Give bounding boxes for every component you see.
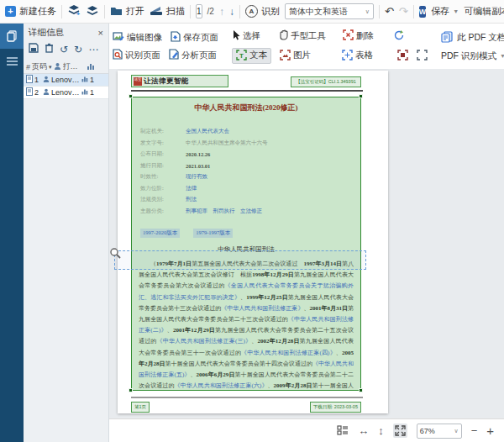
meta-value[interactable]: 法律 (186, 185, 197, 192)
save-button[interactable]: 保存 ▼ (431, 5, 459, 18)
page-table-header[interactable]: # 页码 ▾ 打开… (24, 61, 108, 74)
more-icon[interactable]: ⋯ (88, 44, 98, 55)
region-handle[interactable] (129, 94, 133, 98)
add-pages-icon[interactable]: + (67, 4, 81, 18)
recognize-button[interactable]: A 识别 (245, 5, 280, 18)
analyze-page-icon (169, 49, 179, 61)
column-open: 打开… (63, 61, 85, 72)
meta-label: 施行日期: (140, 162, 186, 170)
table-region-icon (342, 50, 353, 62)
rotate-left-icon[interactable]: ↺ (60, 44, 68, 55)
statute-link[interactable]: 《中华人民共和国刑法修正案(四)》 (241, 350, 336, 356)
meta-value[interactable]: 刑事犯罪 刑罚执行 立法修正 (186, 208, 262, 215)
meta-row: 发文字号:中华人民共和国主席令第六十六号 (140, 138, 352, 150)
meta-value: 中华人民共和国主席令第六十六号 (186, 139, 268, 147)
fit-width-icon[interactable]: ↔ (358, 424, 369, 437)
fit-page-button[interactable] (393, 424, 407, 438)
thumbnails-layout-icon[interactable] (337, 425, 349, 437)
recognize-page-button[interactable]: 识别页面 (113, 49, 160, 61)
delete-region-button[interactable]: 删除 (343, 29, 385, 42)
language-select[interactable]: 简体中文和英语 ∨ (285, 3, 374, 19)
page-number-input[interactable]: 1 (196, 4, 202, 18)
scan-button[interactable]: 扫描 (150, 5, 185, 18)
region-frame-icon[interactable] (417, 50, 428, 62)
layers-icon[interactable] (86, 4, 99, 18)
statute-link[interactable]: 《中华人民共和国刑法修正案(六)》 (174, 382, 267, 389)
edit-image-button[interactable]: 编辑图像 (113, 31, 162, 44)
next-page-icon[interactable]: ↓ (229, 6, 234, 18)
document-canvas[interactable]: 法宝 让法律更智能 【法宝引证码】CLI.1.349391 中华人民共和国刑法(… (109, 69, 504, 418)
document-title: 中华人民共和国刑法(2020修正) (132, 103, 360, 113)
hand-tool-label: 手型工具 (291, 30, 326, 42)
close-icon[interactable]: × (98, 28, 103, 38)
analyze-page-button[interactable]: 分析页面 (169, 49, 217, 61)
details-panel: 详细信息 × ↺ ↻ ⋯ # 页码 ▾ 打开… 1 Lenov… (24, 24, 109, 442)
save-disk-icon[interactable] (29, 43, 39, 55)
hand-tool-button[interactable]: 手型工具 (279, 29, 334, 42)
meta-value[interactable]: 全国人民代表大会 (186, 128, 229, 135)
citation-code: 【法宝引证码】CLI.1.349391 (291, 76, 361, 87)
separator (413, 5, 414, 18)
trash-icon[interactable] (45, 43, 54, 55)
statute-link[interactable]: 《中华人民共和国刑法修正案(三)》 (157, 338, 252, 345)
status-bar: ↔ ↕ 67% ∨ − + (109, 418, 504, 442)
image-region-button[interactable]: 图片 (280, 50, 323, 62)
undo-icon[interactable]: ↶ (385, 5, 394, 18)
meta-value[interactable]: 刑法 (186, 196, 197, 203)
document-page[interactable]: 法宝 让法律更智能 【法宝引证码】CLI.1.349391 中华人民共和国刑法(… (118, 71, 388, 413)
hand-icon (279, 29, 288, 42)
line-selection-box[interactable] (114, 250, 366, 270)
region-handle[interactable] (129, 388, 133, 392)
separator (190, 5, 191, 18)
logo-region[interactable]: 法宝 让法律更智能 (131, 75, 228, 87)
left-rail (0, 24, 24, 442)
rotate-right-icon[interactable]: ↻ (74, 44, 82, 55)
text-region-button[interactable]: T 文本 (232, 48, 271, 64)
pdf-mode-dropdown[interactable]: PDF 识别模式 ▼ (441, 50, 504, 62)
region-handle[interactable] (359, 94, 363, 98)
statute-link[interactable]: 《中华人民共和国刑法修正案》 (221, 305, 303, 312)
new-task-button[interactable]: + 新建任务 (5, 5, 56, 18)
meta-label: 公布日期: (140, 150, 186, 158)
list-icon (6, 56, 18, 66)
page-total-label: /2 (207, 7, 214, 16)
previous-page-icon[interactable]: ↑ (219, 6, 224, 18)
fit-height-icon[interactable]: ↕ (378, 424, 384, 437)
version-link[interactable]: 1997-2020版本 (140, 229, 180, 238)
paragraph-text: 2002年12月28日 (257, 338, 299, 345)
zoom-select[interactable]: 67% ∨ (417, 424, 462, 439)
barcode-region-icon[interactable] (397, 50, 408, 62)
edit-image-icon (113, 31, 124, 44)
meta-label: 发文字号: (140, 139, 186, 147)
editable-copy-label[interactable]: 可编辑副本 (464, 5, 504, 18)
version-links: 1997-2020版本1979-1997版本 (140, 229, 233, 238)
table-region-button[interactable]: 表格 (342, 50, 389, 62)
version-link[interactable]: 1979-1997版本 (193, 229, 233, 238)
reanalyze-icon[interactable] (393, 29, 405, 43)
meta-value[interactable]: 现行有效 (186, 173, 207, 181)
zoom-in-icon[interactable]: + (486, 424, 494, 438)
select-tool-button[interactable]: 选择 (232, 29, 270, 42)
text-region-icon: T (236, 50, 247, 62)
separator (61, 5, 62, 18)
save-page-button[interactable]: 保存页面 (171, 31, 218, 44)
paragraph-text: 、 (336, 350, 342, 356)
ocr-text-region[interactable]: 中华人民共和国刑法(2020修正) 制定机关:全国人民代表大会发文字号:中华人民… (131, 97, 361, 391)
page-row[interactable]: 2 Lenov… 1 (24, 87, 108, 99)
meta-row: 施行日期:2021.03.01 (140, 160, 352, 172)
rail-list-tab[interactable] (0, 49, 24, 74)
svg-text:T: T (239, 52, 244, 60)
meta-label: 效力位阶: (140, 185, 186, 192)
paragraph-text: 1999年12月25日 (246, 294, 288, 301)
rail-pages-tab[interactable] (0, 24, 24, 49)
svg-text:+: + (76, 11, 80, 17)
region-handle[interactable] (359, 388, 363, 392)
redo-icon[interactable]: ↷ (399, 5, 408, 18)
page-row[interactable]: 1 Lenov… 1 (24, 74, 108, 87)
cursor-icon (232, 29, 240, 42)
footer-page-number: 第1页 (131, 402, 150, 413)
meta-row: 公布日期:2020.12.26 (140, 149, 352, 160)
open-button[interactable]: 打开 (110, 5, 144, 18)
chevron-down-icon: ∨ (365, 8, 370, 15)
zoom-out-icon[interactable]: − (471, 424, 478, 437)
